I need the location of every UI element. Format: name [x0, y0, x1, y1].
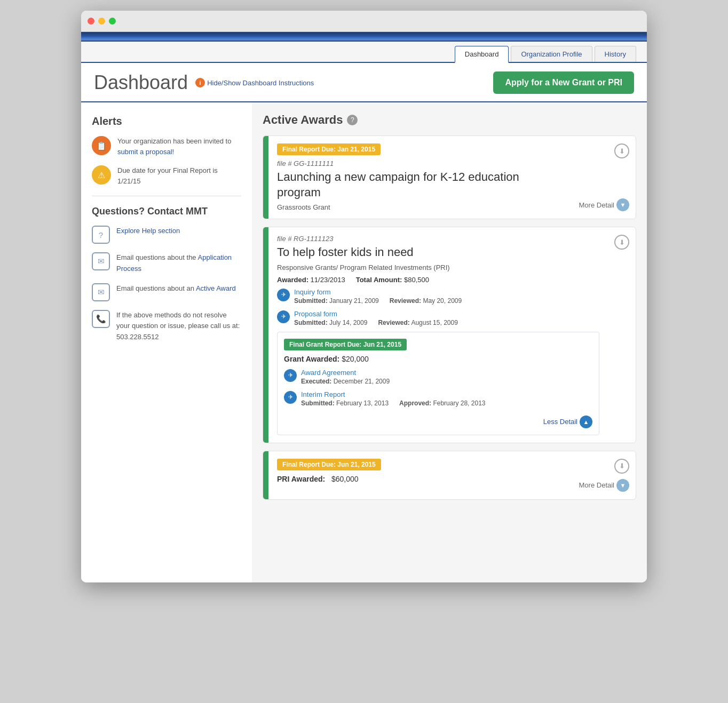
award-meta-2: Awarded: 11/23/2013 Total Amount: $80,50…	[277, 276, 599, 284]
alert-proposal-icon: 📋	[92, 136, 111, 155]
contact-phone-text: If the above methods do not resolve your…	[116, 310, 241, 343]
contact-active-award-text: Email questions about an Active Award	[116, 283, 236, 294]
alerts-title: Alerts	[92, 115, 241, 127]
award-agreement-icon: ✈	[284, 369, 297, 382]
award-card-2: file # RG-1111123 To help foster kids in…	[263, 227, 636, 443]
inquiry-form-icon: ✈	[277, 289, 290, 301]
alert-due-date-icon: ⚠	[92, 165, 111, 185]
award-title-2: To help foster kids in need	[277, 245, 599, 260]
page-header: Dashboard i Hide/Show Dashboard Instruct…	[81, 63, 647, 102]
submit-proposal-link[interactable]: submit a proposal!	[117, 148, 174, 156]
inquiry-form-dates: Submitted: January 21, 2009 Reviewed: Ma…	[294, 297, 462, 305]
minimize-button[interactable]	[98, 18, 105, 25]
sidebar: Alerts 📋 Your organization has been invi…	[81, 102, 252, 582]
award-title-1: Launching a new campaign for K-12 educat…	[277, 170, 564, 200]
active-awards-title: Active Awards	[263, 113, 343, 127]
interim-report-link[interactable]: Interim Report	[301, 390, 345, 398]
inquiry-form-details: Inquiry form Submitted: January 21, 2009…	[294, 288, 462, 305]
download-icon-1[interactable]: ⬇	[614, 143, 629, 158]
award-green-bar-1	[263, 136, 268, 219]
grant-awarded-row: Grant Awarded: $20,000	[284, 355, 592, 363]
apply-new-grant-button[interactable]: Apply for a New Grant or PRI	[493, 71, 634, 94]
badge-final-report-1: Final Report Due: Jan 21, 2015	[277, 143, 381, 155]
alert-due-date-text: Due date for your Final Report is 1/21/1…	[117, 165, 241, 186]
interim-report-icon: ✈	[284, 391, 297, 404]
award-agreement-dates: Executed: December 21, 2009	[301, 378, 390, 385]
alert-proposal: 📋 Your organization has been invited to …	[92, 136, 241, 157]
file-num-2: file # RG-1111123	[277, 235, 599, 243]
tab-org-profile[interactable]: Organization Profile	[511, 46, 592, 62]
proposal-form-item: ✈ Proposal form Submitted: July 14, 2009…	[277, 310, 599, 326]
download-icon-3[interactable]: ⬇	[614, 459, 629, 474]
award-agreement-link[interactable]: Award Agreement	[301, 369, 356, 377]
contact-active-award: ✉ Email questions about an Active Award	[92, 283, 241, 301]
less-detail-btn[interactable]: Less Detail ▲	[284, 412, 592, 428]
contact-application: ✉ Email questions about the Application …	[92, 252, 241, 275]
award-green-bar-2	[263, 227, 268, 443]
titlebar	[81, 11, 647, 32]
active-awards-header: Active Awards ?	[263, 113, 636, 127]
inquiry-form-item: ✈ Inquiry form Submitted: January 21, 20…	[277, 288, 599, 305]
sidebar-divider	[92, 196, 241, 196]
chevron-up-icon: ▲	[580, 416, 592, 428]
interim-report-item: ✈ Interim Report Submitted: February 13,…	[284, 390, 592, 407]
contact-title: Questions? Contact MMT	[92, 206, 241, 217]
award-card-1: Final Report Due: Jan 21, 2015 file # GG…	[263, 135, 636, 219]
award-card-3-right: ⬇ More Detail ▼	[573, 451, 636, 499]
download-icon-2[interactable]: ⬇	[614, 235, 629, 250]
top-bar	[81, 32, 647, 42]
badge-final-report-3: Final Report Due: Jun 21, 2015	[277, 459, 381, 470]
proposal-form-link[interactable]: Proposal form	[294, 310, 337, 318]
page-title: Dashboard	[94, 71, 188, 94]
more-detail-btn-3[interactable]: More Detail ▼	[579, 474, 629, 492]
award-green-bar-3	[263, 451, 268, 499]
header-left: Dashboard i Hide/Show Dashboard Instruct…	[94, 71, 314, 94]
tab-dashboard[interactable]: Dashboard	[455, 46, 509, 63]
email-icon-2: ✉	[92, 283, 110, 301]
contact-help-text: Explore Help section	[116, 226, 180, 237]
right-panel: Active Awards ? Final Report Due: Jan 21…	[252, 102, 647, 582]
badge-final-grant-report: Final Grant Report Due: Jun 21, 2015	[284, 339, 407, 350]
proposal-form-icon: ✈	[277, 310, 290, 323]
active-awards-help-icon[interactable]: ?	[347, 115, 358, 125]
active-award-link[interactable]: Active Award	[196, 284, 236, 292]
explore-help-link[interactable]: Explore Help section	[116, 227, 180, 235]
alert-due-date: ⚠ Due date for your Final Report is 1/21…	[92, 165, 241, 186]
nested-grant-card: Final Grant Report Due: Jun 21, 2015 Gra…	[277, 332, 599, 435]
nav-tabs-row: Dashboard Organization Profile History	[81, 42, 647, 63]
maximize-button[interactable]	[109, 18, 116, 25]
hide-show-instructions-link[interactable]: i Hide/Show Dashboard Instructions	[195, 78, 314, 87]
contact-application-text: Email questions about the Application Pr…	[116, 252, 241, 275]
interim-report-details: Interim Report Submitted: February 13, 2…	[301, 390, 485, 407]
award-card-1-right: ⬇ More Detail ▼	[573, 136, 636, 219]
interim-report-dates: Submitted: February 13, 2013 Approved: F…	[301, 400, 485, 407]
contact-phone: 📞 If the above methods do not resolve yo…	[92, 310, 241, 343]
award-card-1-body: Final Report Due: Jan 21, 2015 file # GG…	[268, 136, 573, 219]
award-agreement-item: ✈ Award Agreement Executed: December 21,…	[284, 369, 592, 385]
phone-icon: 📞	[92, 310, 110, 328]
chevron-down-icon-3: ▼	[616, 479, 629, 492]
close-button[interactable]	[88, 18, 94, 25]
file-num-1: file # GG-1111111	[277, 159, 564, 167]
chevron-down-icon-1: ▼	[616, 198, 629, 211]
award-card-2-right: ⬇	[608, 227, 636, 443]
award-card-3-body: Final Report Due: Jun 21, 2015 PRI Award…	[268, 451, 573, 499]
award-card-3: Final Report Due: Jun 21, 2015 PRI Award…	[263, 451, 636, 500]
contact-help: ? Explore Help section	[92, 226, 241, 244]
tab-history[interactable]: History	[595, 46, 636, 62]
help-icon: ?	[92, 226, 110, 244]
proposal-form-dates: Submitted: July 14, 2009 Reviewed: Augus…	[294, 319, 458, 326]
pri-awarded-row: PRI Awarded: $60,000	[277, 475, 564, 483]
award-type-2: Responsive Grants/ Program Related Inves…	[277, 263, 599, 271]
award-card-2-body: file # RG-1111123 To help foster kids in…	[268, 227, 608, 443]
email-icon-1: ✉	[92, 252, 110, 270]
application-process-link[interactable]: Application Process	[116, 253, 232, 273]
main-content: Alerts 📋 Your organization has been invi…	[81, 102, 647, 582]
app-window: Dashboard Organization Profile History D…	[81, 11, 647, 582]
proposal-form-details: Proposal form Submitted: July 14, 2009 R…	[294, 310, 458, 326]
more-detail-btn-1[interactable]: More Detail ▼	[579, 193, 629, 211]
award-agreement-details: Award Agreement Executed: December 21, 2…	[301, 369, 390, 385]
inquiry-form-link[interactable]: Inquiry form	[294, 288, 331, 296]
info-icon: i	[195, 78, 205, 87]
alert-proposal-text: Your organization has been invited to su…	[117, 136, 241, 157]
